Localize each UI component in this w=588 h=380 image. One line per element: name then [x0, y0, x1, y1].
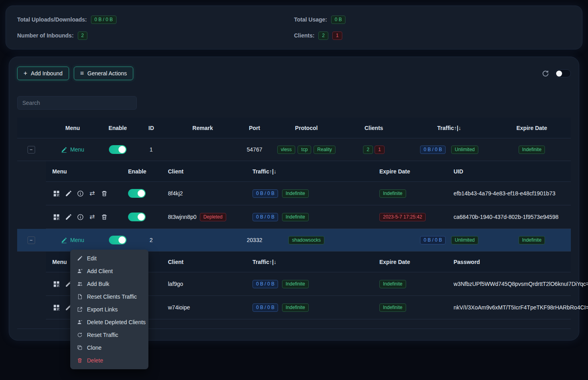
- traffic-badge: 0 B / 0 B: [420, 146, 446, 154]
- client-name: w74ioipe: [168, 304, 190, 311]
- collapse-row-button[interactable]: −: [28, 236, 35, 244]
- reset-traffic-icon[interactable]: ⇄: [88, 189, 96, 197]
- traffic-limit-badge: Indefinite: [282, 213, 309, 221]
- inbound-enable-toggle[interactable]: [109, 145, 126, 154]
- dark-mode-toggle[interactable]: [555, 69, 571, 77]
- inbound-traffic: 0 B / 0 B Unlimited: [406, 146, 493, 154]
- col-header-enable: Enable: [122, 168, 162, 175]
- col-header-password: Password: [447, 259, 571, 265]
- col-header-traffic-sort[interactable]: Traffic↑|↓: [246, 259, 373, 265]
- client-password: w3NfbzUPf5WWd745Q8pvsmQrdrttT2lO6knuI7Di…: [447, 281, 571, 287]
- info-icon[interactable]: [76, 213, 84, 221]
- client-table-inbound-1: Menu Enable Client Traffic↑|↓ Expire Dat…: [46, 161, 571, 229]
- menu-item-reset-clients-traffic[interactable]: Reset Clients Traffic: [70, 290, 148, 303]
- clients-active-badge: 2: [363, 146, 373, 154]
- traffic-badge: 0 B / 0 B: [253, 280, 278, 288]
- col-header-clients: Clients: [342, 125, 406, 131]
- client-actions: ⇄: [46, 213, 122, 221]
- client-name: laf9go: [168, 281, 183, 287]
- inbound-port: 54767: [238, 146, 271, 153]
- general-actions-label: General Actions: [87, 70, 127, 77]
- qr-code-icon[interactable]: [52, 280, 60, 288]
- delete-icon: [77, 358, 83, 364]
- stat-total-usage: Total Usage: 0 B: [294, 15, 571, 24]
- traffic-badge: 0 B / 0 B: [253, 303, 278, 312]
- menu-item-label: Add Client: [87, 268, 113, 274]
- protocol-tag: vless: [277, 146, 295, 154]
- qr-code-icon[interactable]: [52, 213, 60, 221]
- traffic-badge: 0 B / 0 B: [420, 236, 446, 244]
- client-traffic: 0 B / 0 B Indefinite: [246, 213, 373, 221]
- col-header-menu: Menu: [46, 168, 122, 175]
- general-actions-button[interactable]: ≡ General Actions: [74, 67, 133, 80]
- menu-item-clone[interactable]: Clone: [70, 341, 148, 354]
- add-bulk-icon: [77, 281, 83, 287]
- clients-depleted-badge: 1: [375, 146, 385, 154]
- inbound-id: 2: [135, 237, 167, 243]
- edit-icon[interactable]: [64, 213, 72, 221]
- reset-traffic-icon[interactable]: ⇄: [88, 213, 96, 221]
- menu-item-delete[interactable]: Delete: [70, 354, 148, 367]
- delete-client-icon[interactable]: [100, 189, 108, 197]
- expire-badge: Indefinite: [519, 236, 545, 244]
- add-inbound-label: Add Inbound: [31, 70, 62, 77]
- col-header-remark: Remark: [167, 125, 238, 131]
- inbound-menu-link[interactable]: Menu: [61, 237, 84, 243]
- traffic-limit-badge: Indefinite: [282, 189, 309, 198]
- inbound-enable-toggle[interactable]: [109, 236, 126, 244]
- col-header-expire-date: Expire Date: [493, 125, 571, 131]
- inbound-port: 20332: [238, 237, 271, 243]
- stat-clients: Clients: 2 1: [294, 31, 571, 40]
- qr-code-icon[interactable]: [52, 303, 60, 311]
- col-header-uid: UID: [447, 168, 571, 175]
- traffic-limit-badge: Indefinite: [282, 280, 309, 288]
- collapse-row-button[interactable]: −: [28, 146, 35, 154]
- protocol-tag: Reality: [314, 146, 335, 154]
- stats-left-column: Total Uploads/Downloads: 0 B / 0 B Numbe…: [17, 15, 294, 40]
- menu-item-reset-traffic[interactable]: Reset Traffic: [70, 329, 148, 341]
- menu-item-add-client[interactable]: Add Client: [70, 265, 148, 278]
- menu-item-label: Clone: [87, 345, 102, 351]
- add-inbound-button[interactable]: + Add Inbound: [17, 67, 69, 80]
- toolbar-right: [542, 69, 571, 77]
- uploads-downloads-value-badge: 0 B / 0 B: [91, 16, 116, 24]
- col-header-port: Port: [238, 125, 271, 131]
- client-enable-toggle[interactable]: [128, 213, 146, 221]
- edit-pencil-icon: [61, 237, 67, 243]
- inbounds-count-label: Number of Inbounds:: [17, 32, 74, 39]
- inbound-traffic: 0 B / 0 B Unlimited: [406, 236, 493, 244]
- menu-item-export-links[interactable]: Export Links: [70, 303, 148, 316]
- stats-card: Total Uploads/Downloads: 0 B / 0 B Numbe…: [6, 6, 582, 49]
- col-header-client: Client: [162, 168, 246, 175]
- expire-badge: Indefinite: [379, 280, 406, 288]
- menu-item-edit[interactable]: Edit: [70, 252, 148, 265]
- client-enable-toggle[interactable]: [128, 189, 146, 198]
- client-uid: ca68470b-1940-437d-802b-1f9573e94598: [447, 214, 571, 220]
- menu-item-add-bulk[interactable]: Add Bulk: [70, 278, 148, 290]
- refresh-icon[interactable]: [542, 70, 549, 77]
- protocol-tag: shadowsocks: [288, 236, 324, 244]
- menu-item-delete-depleted-clients[interactable]: Delete Depleted Clients: [70, 316, 148, 329]
- col-header-menu: Menu: [45, 125, 100, 131]
- edit-pencil-icon: [61, 147, 67, 153]
- search-input[interactable]: [17, 96, 137, 110]
- inbound-row-1: − Menu 1 54767 vless tcp Reality 2 1: [17, 138, 571, 161]
- delete-depleted-clients-icon: [77, 319, 83, 325]
- menu-item-label: Edit: [87, 255, 97, 262]
- clients-label: Clients:: [294, 32, 314, 39]
- reset-clients-traffic-icon: [77, 294, 83, 300]
- col-header-traffic-sort[interactable]: Traffic↑|↓: [406, 125, 493, 131]
- menu-item-label: Delete: [87, 357, 103, 364]
- inbound-menu-link[interactable]: Menu: [61, 146, 84, 153]
- edit-icon[interactable]: [64, 189, 72, 197]
- client-traffic: 0 B / 0 B Indefinite: [246, 189, 373, 198]
- delete-client-icon[interactable]: [100, 213, 108, 221]
- col-header-traffic-sort[interactable]: Traffic↑|↓: [246, 168, 373, 175]
- client-actions: ⇄: [46, 189, 122, 197]
- traffic-badge: 0 B / 0 B: [253, 213, 278, 221]
- info-icon[interactable]: [76, 189, 84, 197]
- qr-code-icon[interactable]: [52, 189, 60, 197]
- inbound-protocol-tags: vless tcp Reality: [271, 146, 342, 154]
- col-header-protocol: Protocol: [271, 125, 342, 131]
- expire-badge: Indefinite: [379, 303, 406, 312]
